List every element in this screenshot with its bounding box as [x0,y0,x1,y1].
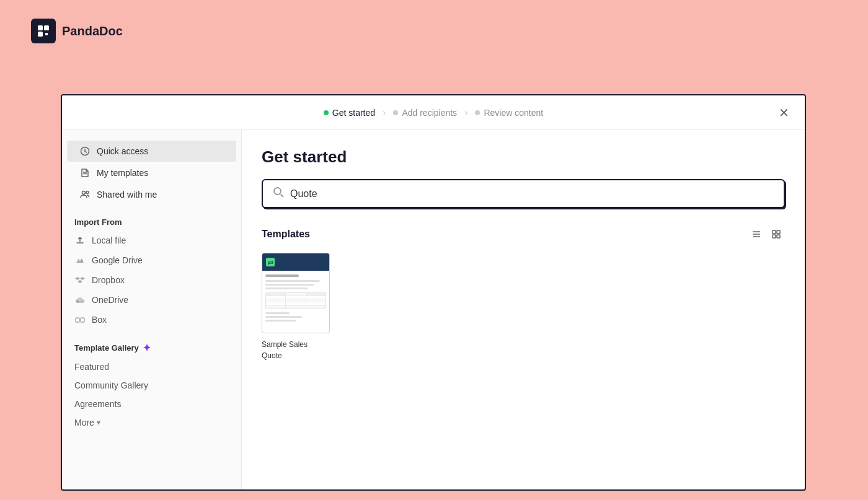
step-add-recipients: Add recipients [393,108,457,118]
onedrive-icon [74,294,86,305]
logo-container: PandaDoc [31,19,123,43]
top-bar: PandaDoc [0,0,868,62]
sidebar-item-box[interactable]: Box [62,310,241,330]
search-input[interactable] [290,188,774,200]
thumb-body [262,271,329,327]
grid-view-button[interactable] [768,226,785,243]
sidebar-item-agreements[interactable]: Agreements [62,395,241,413]
sidebar-item-featured[interactable]: Featured [62,357,241,376]
sidebar-item-local-file[interactable]: Local file [62,230,241,250]
svg-rect-20 [773,235,776,238]
svg-rect-2 [38,32,43,37]
step-label-1: Get started [332,108,375,118]
svg-point-8 [86,191,89,194]
main-modal: Get started › Add recipients › Review co… [61,94,806,491]
dropbox-icon [74,274,86,286]
sparkle-icon: ✦ [143,342,151,354]
sidebar: Quick access My templates [62,130,242,489]
file-icon [79,167,91,178]
svg-rect-3 [45,33,48,35]
thumb-logo: pd [266,258,275,266]
thumb-header: pd [262,253,329,271]
sidebar-item-community-gallery[interactable]: Community Gallery [62,376,241,395]
list-view-button[interactable] [748,226,765,243]
users-icon [79,189,91,200]
step-chevron-2: › [464,107,467,118]
pandadoc-logo-icon [31,19,56,43]
step-get-started: Get started [324,108,375,118]
sidebar-label-google-drive: Google Drive [92,255,143,265]
upload-icon [74,235,86,246]
svg-rect-13 [81,318,84,322]
pandadoc-logo-text: PandaDoc [62,24,123,38]
sidebar-label-dropbox: Dropbox [92,275,125,285]
chevron-down-icon: ▾ [97,418,100,427]
sidebar-label-quick-access: Quick access [97,146,148,156]
template-thumbnail: pd [262,253,330,333]
svg-rect-21 [777,235,780,238]
page-title: Get started [262,147,785,167]
svg-point-7 [82,191,86,195]
sidebar-item-onedrive[interactable]: OneDrive [62,290,241,310]
templates-grid: pd [262,253,785,361]
sidebar-item-my-templates[interactable]: My templates [67,162,236,183]
sidebar-item-google-drive[interactable]: Google Drive [62,250,241,270]
sidebar-label-local-file: Local file [92,235,126,245]
step-label-3: Review content [484,108,543,118]
modal-header: Get started › Add recipients › Review co… [62,95,805,130]
close-button[interactable]: ✕ [775,104,792,121]
search-icon [273,186,284,201]
step-dot-1 [324,110,329,115]
sidebar-item-shared-with-me[interactable]: Shared with me [67,184,236,205]
step-review-content: Review content [475,108,543,118]
step-dot-3 [475,110,480,115]
sidebar-item-dropbox[interactable]: Dropbox [62,270,241,290]
sidebar-label-my-templates: My templates [97,168,148,178]
template-name: Sample Sales Quote [262,340,308,360]
clock-icon [79,146,91,157]
svg-rect-12 [76,318,79,322]
templates-section-title: Templates [262,229,310,240]
svg-rect-1 [44,25,49,30]
svg-rect-18 [773,230,776,234]
stepper: Get started › Add recipients › Review co… [324,107,543,118]
import-section-title: Import From [62,209,241,230]
step-label-2: Add recipients [402,108,457,118]
modal-body: Quick access My templates [62,130,805,489]
gallery-section-title: Template Gallery ✦ [62,333,241,357]
svg-point-11 [78,297,82,301]
gdrive-icon [74,255,86,266]
sidebar-label-community-gallery: Community Gallery [74,380,148,390]
sidebar-label-box: Box [92,315,107,325]
sidebar-label-onedrive: OneDrive [92,295,128,305]
sidebar-item-quick-access[interactable]: Quick access [67,141,236,162]
sidebar-label-agreements: Agreements [74,399,121,409]
svg-rect-0 [38,25,43,30]
more-label: More [74,418,94,428]
sidebar-label-featured: Featured [74,362,109,372]
view-toggles [748,226,785,243]
step-dot-2 [393,110,398,115]
svg-point-14 [274,188,281,195]
section-header: Templates [262,226,785,243]
gallery-title-text: Template Gallery [74,343,139,353]
svg-rect-19 [777,230,780,234]
step-chevron-1: › [383,107,386,118]
box-icon [74,314,86,325]
main-content: Get started Templates [242,130,805,489]
template-card-sample-sales-quote[interactable]: pd [262,253,330,361]
more-button[interactable]: More ▾ [62,413,113,432]
search-bar[interactable] [262,179,785,208]
sidebar-label-shared-with-me: Shared with me [97,190,157,200]
